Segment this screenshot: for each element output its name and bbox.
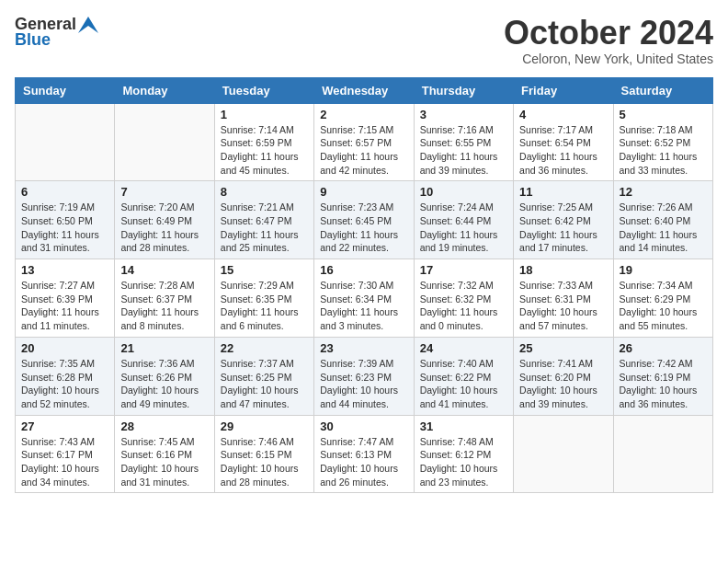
cell-info: Sunrise: 7:32 AMSunset: 6:32 PMDaylight:… [420,279,507,333]
calendar-week-row: 1 Sunrise: 7:14 AMSunset: 6:59 PMDayligh… [16,103,713,181]
calendar-week-row: 20 Sunrise: 7:35 AMSunset: 6:28 PMDaylig… [16,337,713,415]
page-header: General Blue October 2024 Celoron, New Y… [15,15,713,66]
logo-bird-icon [78,17,98,33]
cell-info: Sunrise: 7:45 AMSunset: 6:16 PMDaylight:… [120,435,208,489]
weekday-header-saturday: Saturday [613,77,712,103]
day-number: 3 [420,108,507,121]
cell-info: Sunrise: 7:41 AMSunset: 6:20 PMDaylight:… [519,357,607,411]
cell-info: Sunrise: 7:29 AMSunset: 6:35 PMDaylight:… [221,279,308,333]
logo-blue: Blue [15,30,51,50]
title-block: October 2024 Celoron, New York, United S… [504,15,713,66]
calendar-cell: 23 Sunrise: 7:39 AMSunset: 6:23 PMDaylig… [314,337,414,415]
weekday-header-tuesday: Tuesday [214,77,313,103]
day-number: 4 [519,108,607,121]
weekday-header-thursday: Thursday [414,77,513,103]
calendar-week-row: 13 Sunrise: 7:27 AMSunset: 6:39 PMDaylig… [16,259,713,338]
calendar-cell: 5 Sunrise: 7:18 AMSunset: 6:52 PMDayligh… [613,103,712,181]
calendar-week-row: 6 Sunrise: 7:19 AMSunset: 6:50 PMDayligh… [16,181,713,259]
day-number: 21 [120,341,208,355]
calendar-cell: 15 Sunrise: 7:29 AMSunset: 6:35 PMDaylig… [214,259,313,338]
calendar-cell: 19 Sunrise: 7:34 AMSunset: 6:29 PMDaylig… [613,259,712,338]
cell-info: Sunrise: 7:28 AMSunset: 6:37 PMDaylight:… [120,279,208,333]
calendar-cell: 27 Sunrise: 7:43 AMSunset: 6:17 PMDaylig… [16,415,115,493]
cell-info: Sunrise: 7:33 AMSunset: 6:31 PMDaylight:… [519,279,607,333]
calendar-cell: 25 Sunrise: 7:41 AMSunset: 6:20 PMDaylig… [514,337,613,415]
cell-info: Sunrise: 7:30 AMSunset: 6:34 PMDaylight:… [320,279,407,333]
day-number: 7 [120,185,208,199]
day-number: 16 [320,263,407,277]
cell-info: Sunrise: 7:39 AMSunset: 6:23 PMDaylight:… [320,357,407,411]
month-title: October 2024 [504,15,713,52]
calendar-cell: 17 Sunrise: 7:32 AMSunset: 6:32 PMDaylig… [414,259,513,338]
day-number: 19 [620,263,707,277]
cell-info: Sunrise: 7:23 AMSunset: 6:45 PMDaylight:… [320,201,407,255]
weekday-header-row: SundayMondayTuesdayWednesdayThursdayFrid… [16,77,713,103]
calendar-cell: 12 Sunrise: 7:26 AMSunset: 6:40 PMDaylig… [613,181,712,259]
cell-info: Sunrise: 7:17 AMSunset: 6:54 PMDaylight:… [519,123,607,178]
calendar-week-row: 27 Sunrise: 7:43 AMSunset: 6:17 PMDaylig… [16,415,713,493]
cell-info: Sunrise: 7:27 AMSunset: 6:39 PMDaylight:… [21,279,108,333]
calendar-cell: 26 Sunrise: 7:42 AMSunset: 6:19 PMDaylig… [613,337,712,415]
cell-info: Sunrise: 7:25 AMSunset: 6:42 PMDaylight:… [519,201,607,255]
calendar-cell: 21 Sunrise: 7:36 AMSunset: 6:26 PMDaylig… [115,337,214,415]
day-number: 15 [221,263,308,277]
calendar-cell: 22 Sunrise: 7:37 AMSunset: 6:25 PMDaylig… [214,337,313,415]
day-number: 10 [420,185,507,199]
cell-info: Sunrise: 7:40 AMSunset: 6:22 PMDaylight:… [420,357,507,411]
day-number: 25 [519,341,607,355]
calendar-cell [514,415,613,493]
cell-info: Sunrise: 7:47 AMSunset: 6:13 PMDaylight:… [320,435,407,489]
calendar-cell [613,415,712,493]
cell-info: Sunrise: 7:35 AMSunset: 6:28 PMDaylight:… [21,357,108,411]
day-number: 20 [21,341,108,355]
calendar-cell: 11 Sunrise: 7:25 AMSunset: 6:42 PMDaylig… [514,181,613,259]
day-number: 27 [21,419,108,433]
cell-info: Sunrise: 7:34 AMSunset: 6:29 PMDaylight:… [620,279,707,333]
calendar-cell [115,103,214,181]
day-number: 6 [21,185,108,199]
cell-info: Sunrise: 7:42 AMSunset: 6:19 PMDaylight:… [620,357,707,411]
day-number: 1 [221,108,308,121]
logo: General Blue [15,15,98,50]
cell-info: Sunrise: 7:18 AMSunset: 6:52 PMDaylight:… [620,123,707,178]
day-number: 17 [420,263,507,277]
day-number: 23 [320,341,407,355]
svg-marker-0 [78,17,98,33]
calendar-cell [16,103,115,181]
day-number: 13 [21,263,108,277]
weekday-header-sunday: Sunday [16,77,115,103]
cell-info: Sunrise: 7:46 AMSunset: 6:15 PMDaylight:… [221,435,308,489]
cell-info: Sunrise: 7:19 AMSunset: 6:50 PMDaylight:… [21,201,108,255]
day-number: 18 [519,263,607,277]
day-number: 26 [620,341,707,355]
weekday-header-wednesday: Wednesday [314,77,414,103]
day-number: 12 [620,185,707,199]
cell-info: Sunrise: 7:43 AMSunset: 6:17 PMDaylight:… [21,435,108,489]
calendar-cell: 6 Sunrise: 7:19 AMSunset: 6:50 PMDayligh… [16,181,115,259]
calendar-cell: 31 Sunrise: 7:48 AMSunset: 6:12 PMDaylig… [414,415,513,493]
day-number: 8 [221,185,308,199]
cell-info: Sunrise: 7:15 AMSunset: 6:57 PMDaylight:… [320,123,407,178]
cell-info: Sunrise: 7:26 AMSunset: 6:40 PMDaylight:… [620,201,707,255]
calendar-cell: 18 Sunrise: 7:33 AMSunset: 6:31 PMDaylig… [514,259,613,338]
calendar-cell: 4 Sunrise: 7:17 AMSunset: 6:54 PMDayligh… [514,103,613,181]
calendar-cell: 1 Sunrise: 7:14 AMSunset: 6:59 PMDayligh… [214,103,313,181]
day-number: 22 [221,341,308,355]
calendar-cell: 28 Sunrise: 7:45 AMSunset: 6:16 PMDaylig… [115,415,214,493]
cell-info: Sunrise: 7:37 AMSunset: 6:25 PMDaylight:… [221,357,308,411]
calendar-cell: 24 Sunrise: 7:40 AMSunset: 6:22 PMDaylig… [414,337,513,415]
day-number: 9 [320,185,407,199]
weekday-header-friday: Friday [514,77,613,103]
calendar-table: SundayMondayTuesdayWednesdayThursdayFrid… [15,77,713,494]
calendar-cell: 7 Sunrise: 7:20 AMSunset: 6:49 PMDayligh… [115,181,214,259]
cell-info: Sunrise: 7:36 AMSunset: 6:26 PMDaylight:… [120,357,208,411]
calendar-cell: 13 Sunrise: 7:27 AMSunset: 6:39 PMDaylig… [16,259,115,338]
cell-info: Sunrise: 7:16 AMSunset: 6:55 PMDaylight:… [420,123,507,178]
day-number: 11 [519,185,607,199]
day-number: 28 [120,419,208,433]
day-number: 14 [120,263,208,277]
day-number: 29 [221,419,308,433]
calendar-cell: 2 Sunrise: 7:15 AMSunset: 6:57 PMDayligh… [314,103,414,181]
day-number: 2 [320,108,407,121]
day-number: 30 [320,419,407,433]
